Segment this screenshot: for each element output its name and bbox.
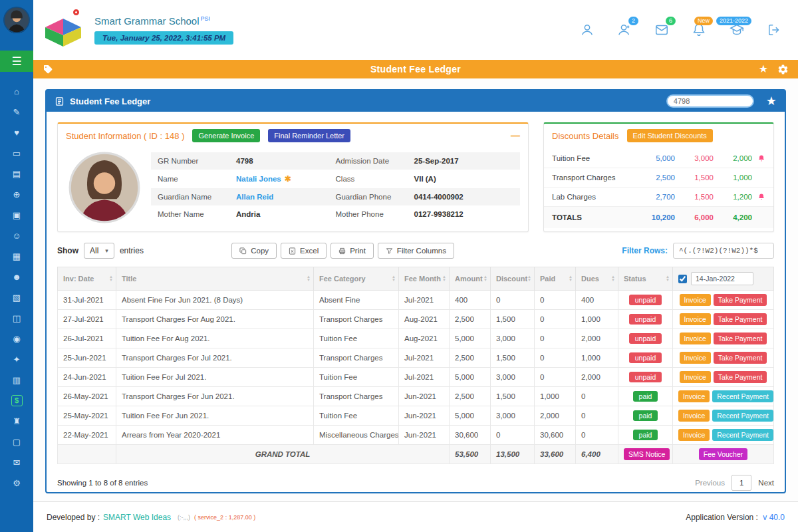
take-payment-button[interactable]: Take Payment <box>714 371 767 383</box>
recent-payment-button[interactable]: Recent Payment <box>712 390 773 402</box>
sidebar-item-staff[interactable]: ☻ <box>0 267 33 287</box>
invoice-button[interactable]: Invoice <box>680 371 711 383</box>
excel-button[interactable]: Excel <box>281 243 327 259</box>
menu-toggle-icon[interactable]: ☰ <box>0 51 33 72</box>
sidebar-item-promotions[interactable]: ♜ <box>0 411 33 432</box>
column-header[interactable]: Fee Month▲▼ <box>399 267 450 291</box>
sidebar-item-library[interactable]: ✦ <box>0 349 33 370</box>
developer-link[interactable]: SMART Web Ideas <box>103 513 171 522</box>
date-filter-input[interactable] <box>691 272 753 285</box>
title-link[interactable]: Arrears from Year 2020-2021 <box>116 426 314 445</box>
sidebar-item-timetable[interactable]: ▦ <box>0 246 33 267</box>
fee-row: 27-Jul-2021Transport Charges For Aug 202… <box>58 310 774 329</box>
edit-discounts-button[interactable]: Edit Student Discounts <box>627 129 713 142</box>
sidebar-item-student-edit[interactable]: ✎ <box>0 102 33 122</box>
recent-payment-button[interactable]: Recent Payment <box>712 410 773 422</box>
invoice-button[interactable]: Invoice <box>678 390 710 402</box>
invoice-date-cell: 31-Jul-2021 <box>58 291 116 310</box>
field-value[interactable]: Natali Jones✱ <box>236 174 336 184</box>
online-users-icon[interactable]: 2 <box>617 23 632 37</box>
status-badge: paid <box>633 391 658 402</box>
sidebar-item-student-profile[interactable]: ☺ <box>0 225 33 246</box>
title-link[interactable]: Transport Charges For Jun 2021. <box>116 387 314 406</box>
final-reminder-button[interactable]: Final Reminder Letter <box>268 129 350 142</box>
title-link[interactable]: Tuition Fee For Jun 2021. <box>116 406 314 426</box>
sidebar-item-messages[interactable]: ✉ <box>0 452 33 473</box>
invoice-button[interactable]: Invoice <box>680 352 711 364</box>
academic-year-icon[interactable]: 2021-2022 <box>729 23 745 37</box>
recent-payment-button[interactable]: Recent Payment <box>712 429 773 441</box>
status-cell: unpaid <box>618 291 673 310</box>
favorite-icon[interactable]: ★ <box>759 64 768 74</box>
sidebar-item-documents[interactable]: ▢ <box>0 432 33 452</box>
field-value: 0414-4000902 <box>414 193 514 201</box>
title-link[interactable]: Tuition Fee For Aug 2021. <box>116 329 314 348</box>
fee-voucher-button[interactable]: Fee Voucher <box>699 448 748 460</box>
take-payment-button[interactable]: Take Payment <box>714 313 767 325</box>
field-label: Class <box>336 175 414 183</box>
status-badge: unpaid <box>629 333 662 344</box>
collapse-icon[interactable]: — <box>511 130 520 141</box>
user-avatar[interactable] <box>3 7 30 33</box>
pagination-previous[interactable]: Previous <box>695 479 725 487</box>
notifications-icon[interactable]: New <box>692 23 706 37</box>
column-header[interactable]: Amount▲▼ <box>450 267 491 291</box>
settings-gears-icon[interactable] <box>777 64 789 75</box>
footer-note: (:-,,,) <box>178 514 190 521</box>
panel-favorite-icon[interactable]: ★ <box>766 95 777 107</box>
title-link[interactable]: Transport Charges For Aug 2021. <box>116 310 314 329</box>
profile-icon[interactable] <box>580 23 595 37</box>
copy-button[interactable]: Copy <box>231 243 277 259</box>
column-header[interactable]: Fee Category▲▼ <box>314 267 399 291</box>
settings-mini-icon[interactable]: ✱ <box>285 174 291 184</box>
filter-rows-input[interactable] <box>673 243 774 259</box>
search-input[interactable] <box>666 94 754 108</box>
date-filter-checkbox[interactable] <box>678 275 687 283</box>
field-value[interactable]: Allan Reid <box>236 193 336 201</box>
version-value[interactable]: v 40.0 <box>763 513 785 522</box>
invoice-button[interactable]: Invoice <box>678 410 710 422</box>
sidebar-item-exams[interactable]: ▣ <box>0 205 33 225</box>
take-payment-button[interactable]: Take Payment <box>714 294 767 306</box>
column-header[interactable]: Paid▲▼ <box>535 267 576 291</box>
title-link[interactable]: Tuition Fee For Jul 2021. <box>116 368 314 387</box>
sidebar-item-website[interactable]: ⊕ <box>0 184 33 205</box>
entries-select[interactable]: All ▾ <box>84 243 114 259</box>
pagination-page-1[interactable]: 1 <box>732 475 751 491</box>
title-link[interactable]: Absent Fine For Jun 2021. (8 Days) <box>116 291 314 310</box>
column-header[interactable]: Inv: Date▲▼ <box>58 267 116 291</box>
sidebar-item-results[interactable]: ▧ <box>0 287 33 308</box>
reminder-bell-icon[interactable] <box>752 193 765 201</box>
sidebar-item-payments[interactable]: ♥ <box>0 122 33 143</box>
invoice-button[interactable]: Invoice <box>680 332 711 344</box>
sidebar-item-dashboard[interactable]: ⌂ <box>0 81 33 102</box>
sidebar-item-id-card[interactable]: ▭ <box>0 143 33 164</box>
sms-notice-button[interactable]: SMS Notice <box>624 448 670 460</box>
fee-category-cell: Miscellaneous Charges <box>314 426 399 445</box>
reminder-bell-icon[interactable] <box>752 154 765 162</box>
invoice-button[interactable]: Invoice <box>678 429 710 441</box>
title-link[interactable]: Transport Charges For Jul 2021. <box>116 348 314 368</box>
take-payment-button[interactable]: Take Payment <box>714 352 767 364</box>
messages-icon[interactable]: 6 <box>654 23 669 37</box>
sidebar-item-settings[interactable]: ⚙ <box>0 473 33 493</box>
column-header[interactable]: Dues▲▼ <box>576 267 618 291</box>
filter-button[interactable]: Filter Columns <box>378 243 454 259</box>
generate-invoice-button[interactable]: Generate Invoice <box>192 129 260 142</box>
sidebar-item-accounts[interactable]: ◉ <box>0 329 33 349</box>
sidebar-item-attendance[interactable]: ▥ <box>0 370 33 390</box>
totals-discount: 6,000 <box>675 213 714 221</box>
column-header[interactable]: Discount▲▼ <box>491 267 535 291</box>
sidebar-item-fee-ledger[interactable]: $ <box>0 390 33 411</box>
take-payment-button[interactable]: Take Payment <box>714 332 767 344</box>
invoice-button[interactable]: Invoice <box>680 313 711 325</box>
column-header[interactable]: Status▲▼ <box>618 267 673 291</box>
invoice-button[interactable]: Invoice <box>680 294 711 306</box>
column-header[interactable]: Title▲▼ <box>116 267 314 291</box>
column-header-label: Paid <box>540 275 555 283</box>
sidebar-item-reports[interactable]: ▤ <box>0 164 33 184</box>
print-button[interactable]: Print <box>331 243 374 259</box>
pagination-next[interactable]: Next <box>758 479 774 487</box>
sidebar-item-classes[interactable]: ◫ <box>0 308 33 329</box>
logout-icon[interactable] <box>767 23 782 37</box>
